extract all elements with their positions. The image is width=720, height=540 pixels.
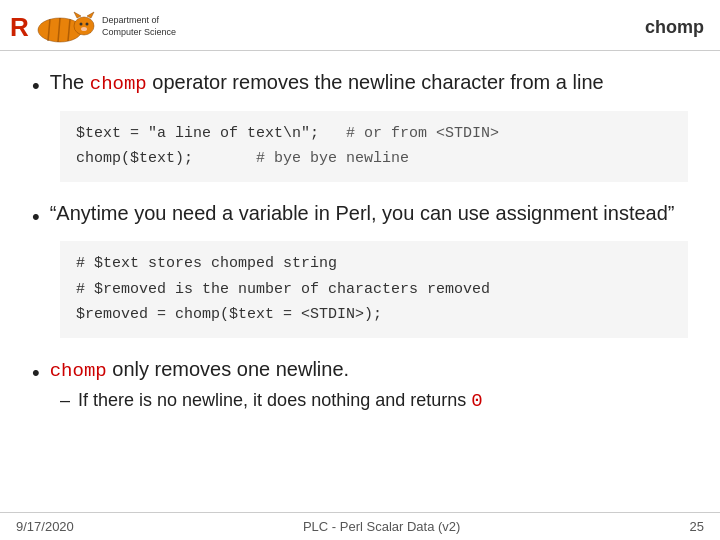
footer-title: PLC - Perl Scalar Data (v2) xyxy=(303,519,461,534)
code-block-1-line2: chomp($text); # bye bye newline xyxy=(76,146,672,172)
dash-1-code: 0 xyxy=(471,390,482,412)
bullet-3-code: chomp xyxy=(50,360,107,382)
svg-point-11 xyxy=(86,23,89,26)
header: R Department of Computer Science chomp xyxy=(0,0,720,51)
code-line2-comment: # bye bye newline xyxy=(256,150,409,167)
code-line1-comment: # or from <STDIN> xyxy=(346,125,499,142)
dash-1: – If there is no newline, it does nothin… xyxy=(60,388,688,415)
page-title: chomp xyxy=(645,17,704,38)
code-line1-code: $text = "a line of text\n"; xyxy=(76,125,319,142)
dash-marker: – xyxy=(60,388,70,412)
svg-text:R: R xyxy=(10,12,29,42)
bullet-1-code: chomp xyxy=(90,73,147,95)
footer-date: 9/17/2020 xyxy=(16,519,74,534)
code-block-2-line2: # $removed is the number of characters r… xyxy=(76,277,672,303)
bullet-section-2: • “Anytime you need a variable in Perl, … xyxy=(32,200,688,338)
code-block-1: $text = "a line of text\n"; # or from <S… xyxy=(60,111,688,182)
bullet-section-1: • The chomp operator removes the newline… xyxy=(32,69,688,182)
bullet-1-row: • The chomp operator removes the newline… xyxy=(32,69,688,101)
svg-marker-9 xyxy=(87,12,94,18)
logo-area: R Department of Computer Science xyxy=(8,8,176,46)
logo-dept-text: Department of Computer Science xyxy=(102,15,176,38)
code-block-2: # $text stores chomped string # $removed… xyxy=(60,241,688,338)
dash-1-text: If there is no newline, it does nothing … xyxy=(78,388,483,415)
bullet-1-after: operator removes the newline character f… xyxy=(147,71,604,93)
svg-point-12 xyxy=(81,27,87,31)
bullet-2-dot: • xyxy=(32,202,40,232)
svg-marker-8 xyxy=(74,12,81,18)
bullet-3-text: chomp only removes one newline. xyxy=(50,356,688,385)
footer: 9/17/2020 PLC - Perl Scalar Data (v2) 25 xyxy=(0,512,720,540)
bullet-3-after: only removes one newline. xyxy=(107,358,349,380)
footer-page: 25 xyxy=(690,519,704,534)
logo-tiger-icon: R xyxy=(8,8,98,46)
code-block-1-line1: $text = "a line of text\n"; # or from <S… xyxy=(76,121,672,147)
bullet-2-text: “Anytime you need a variable in Perl, yo… xyxy=(50,200,688,227)
main-content: • The chomp operator removes the newline… xyxy=(0,51,720,442)
code-block-2-line1: # $text stores chomped string xyxy=(76,251,672,277)
bullet-section-3: • chomp only removes one newline. – If t… xyxy=(32,356,688,414)
bullet-2-row: • “Anytime you need a variable in Perl, … xyxy=(32,200,688,232)
bullet-3-dot: • xyxy=(32,358,40,388)
code-line2-code: chomp($text); xyxy=(76,150,193,167)
code-block-2-line3: $removed = chomp($text = <STDIN>); xyxy=(76,302,672,328)
bullet-1-text: The chomp operator removes the newline c… xyxy=(50,69,688,98)
bullet-3-row: • chomp only removes one newline. xyxy=(32,356,688,388)
bullet-1-dot: • xyxy=(32,71,40,101)
bullet-1-before: The xyxy=(50,71,90,93)
svg-point-10 xyxy=(80,23,83,26)
